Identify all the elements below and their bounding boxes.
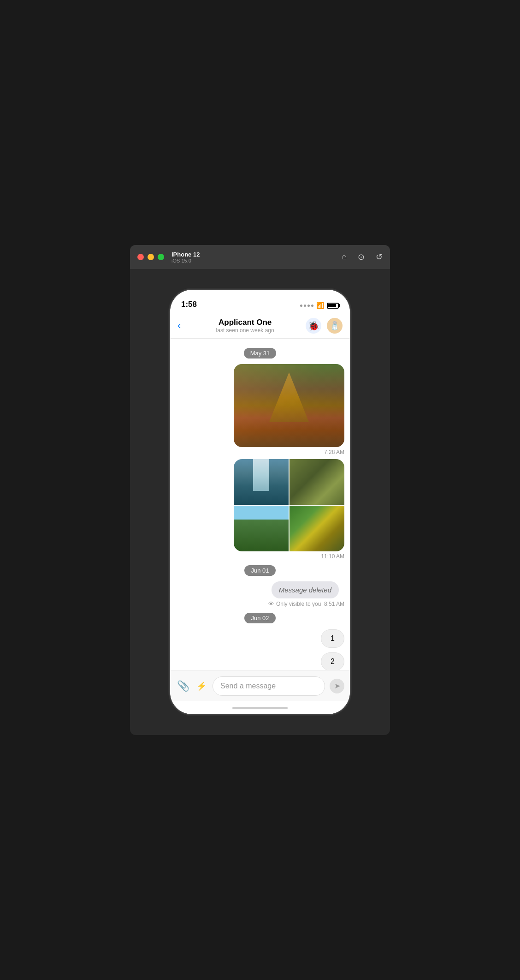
traffic-lights: [137, 254, 164, 260]
message-input-wrapper[interactable]: Send a message: [213, 676, 325, 696]
traffic-light-green[interactable]: [158, 254, 164, 260]
battery-icon: [327, 303, 339, 309]
nav-actions: 🐞 🧂: [306, 318, 343, 334]
attachment-icon: 📎: [177, 680, 189, 692]
simulator-frame: iPhone 12 iOS 15.0 ⌂ ⊙ ↺ 1:58: [130, 245, 390, 735]
timestamp-728am: 7:28 AM: [170, 449, 350, 455]
forest-image: [234, 364, 344, 447]
status-bar: 1:58 📶: [170, 290, 350, 313]
nav-header: ‹ Applicant One last seen one week ago 🐞…: [170, 313, 350, 339]
grass-image: [234, 506, 289, 551]
grid-photo-4[interactable]: [290, 506, 344, 551]
attachment-button[interactable]: 📎: [176, 679, 190, 693]
grid-photo-2[interactable]: [290, 459, 344, 505]
deleted-meta-text: Only visible to you 8:51 AM: [276, 601, 344, 607]
signal-dot: [307, 305, 310, 307]
home-bar: [232, 707, 288, 709]
device-os: iOS 15.0: [171, 258, 200, 263]
eye-icon: 👁: [268, 600, 274, 607]
traffic-light-red[interactable]: [137, 254, 144, 260]
number-bubble-1: 1: [321, 629, 344, 648]
rotate-icon[interactable]: ↺: [376, 252, 383, 262]
traffic-light-yellow[interactable]: [148, 254, 154, 260]
device-info: iPhone 12 iOS 15.0: [171, 251, 200, 263]
deleted-message-bubble: Message deleted: [272, 581, 339, 598]
status-time: 1:58: [181, 300, 197, 309]
leaves-image: [290, 506, 344, 551]
lightning-button[interactable]: ⚡: [195, 680, 208, 693]
signal-dot: [304, 305, 306, 307]
timestamp-1110am: 11:10 AM: [170, 553, 350, 560]
send-button[interactable]: ➤: [330, 679, 344, 693]
number-bubble-2: 2: [321, 652, 344, 670]
phone-screen: 1:58 📶: [170, 290, 350, 714]
home-icon[interactable]: ⌂: [342, 252, 347, 262]
date-badge-jun02: Jun 02: [244, 613, 275, 623]
last-seen: last seen one week ago: [184, 327, 306, 334]
photo-forest[interactable]: [234, 364, 344, 447]
titlebar-actions: ⌂ ⊙ ↺: [342, 252, 383, 262]
send-icon: ➤: [334, 681, 340, 690]
chat-area[interactable]: May 31 7:28 AM: [170, 339, 350, 670]
signal-dots: [300, 305, 313, 307]
contact-avatar[interactable]: 🧂: [327, 318, 343, 334]
grid-photo-1[interactable]: [234, 459, 289, 505]
bug-avatar[interactable]: 🐞: [306, 318, 321, 334]
contact-name: Applicant One: [184, 318, 306, 327]
device-name: iPhone 12: [171, 251, 200, 258]
date-badge-jun01: Jun 01: [244, 565, 275, 576]
signal-dot: [311, 305, 313, 307]
simulator-titlebar: iPhone 12 iOS 15.0 ⌂ ⊙ ↺: [130, 245, 390, 269]
phone-body: 1:58 📶: [170, 290, 350, 714]
deleted-message-row: Message deleted: [170, 580, 350, 600]
phone-outer: 1:58 📶: [130, 269, 390, 735]
date-badge-may31: May 31: [244, 348, 277, 359]
photo-message-single[interactable]: [176, 364, 344, 447]
wifi-icon: 📶: [316, 302, 324, 309]
input-bar: 📎 ⚡ Send a message ➤: [170, 670, 350, 701]
photo-grid-container: [234, 459, 344, 551]
lightning-icon: ⚡: [196, 681, 207, 691]
back-button[interactable]: ‹: [177, 320, 181, 332]
battery-fill: [328, 304, 336, 307]
rocks-image: [290, 459, 344, 505]
nav-center: Applicant One last seen one week ago: [184, 318, 306, 334]
grid-photo-3[interactable]: [234, 506, 289, 551]
signal-dot: [300, 305, 302, 307]
screenshot-icon[interactable]: ⊙: [358, 252, 365, 262]
status-right: 📶: [300, 302, 339, 309]
message-placeholder[interactable]: Send a message: [220, 682, 276, 690]
home-indicator: [170, 701, 350, 714]
photo-grid[interactable]: [176, 459, 344, 551]
number-row-1: 1: [170, 627, 350, 650]
number-row-2: 2: [170, 650, 350, 670]
deleted-meta: 👁 Only visible to you 8:51 AM: [170, 600, 350, 607]
waterfall-image: [234, 459, 289, 505]
